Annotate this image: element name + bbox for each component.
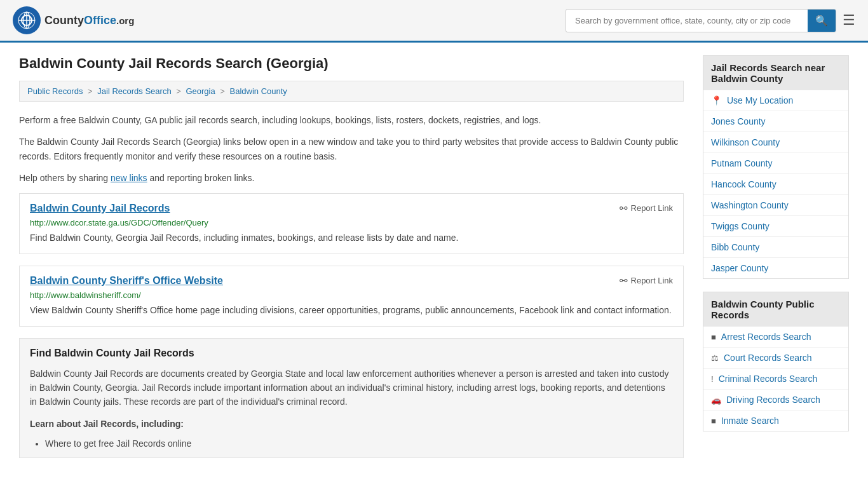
record-card-0: Baldwin County Jail Records ⚯ Report Lin… — [19, 193, 684, 254]
nearby-county-link-7[interactable]: Jasper County — [711, 263, 768, 273]
breadcrumb-georgia[interactable]: Georgia — [186, 86, 215, 96]
nearby-county-item-4: Washington County — [703, 195, 848, 216]
nearby-counties-container: Jones CountyWilkinson CountyPutnam Count… — [703, 111, 848, 278]
search-button[interactable]: 🔍 — [808, 10, 836, 32]
record-title-1[interactable]: Baldwin County Sheriff's Office Website — [30, 275, 223, 287]
intro-paragraph-3: Help others by sharing new links and rep… — [19, 171, 684, 185]
learn-label: Learn about Jail Records, including: — [30, 417, 673, 431]
content-wrapper: Baldwin County Jail Records Search (Geor… — [0, 43, 868, 482]
breadcrumb: Public Records > Jail Records Search > G… — [19, 81, 684, 102]
nearby-county-item-7: Jasper County — [703, 258, 848, 278]
record-desc-0: Find Baldwin County, Georgia Jail Record… — [30, 231, 673, 245]
record-title-0[interactable]: Baldwin County Jail Records — [30, 203, 170, 214]
public-records-heading: Baldwin County Public Records — [703, 292, 849, 327]
intro-paragraph-1: Perform a free Baldwin County, GA public… — [19, 113, 684, 127]
report-link-0[interactable]: ⚯ Report Link — [620, 203, 673, 214]
learn-list: Where to get free Jail Records online — [45, 438, 673, 449]
breadcrumb-public-records[interactable]: Public Records — [27, 86, 83, 96]
nearby-county-item-2: Putnam County — [703, 153, 848, 174]
record-card-1: Baldwin County Sheriff's Office Website … — [19, 266, 684, 327]
record-url-1[interactable]: http://www.baldwinsheriff.com/ — [30, 290, 673, 300]
sidebar: Jail Records Search near Baldwin County … — [703, 55, 849, 470]
public-record-link-0[interactable]: Arrest Records Search — [721, 332, 811, 342]
nearby-county-link-4[interactable]: Washington County — [711, 200, 789, 210]
public-record-item-0: ■ Arrest Records Search — [703, 327, 848, 348]
record-cards: Baldwin County Jail Records ⚯ Report Lin… — [19, 193, 684, 327]
nearby-county-item-6: Bibb County — [703, 237, 848, 258]
report-link-icon-1: ⚯ — [620, 275, 628, 287]
new-links-link[interactable]: new links — [111, 173, 147, 183]
public-record-item-4: ■ Inmate Search — [703, 410, 848, 431]
public-record-item-1: ⚖ Court Records Search — [703, 348, 848, 369]
nearby-county-link-5[interactable]: Twiggs County — [711, 221, 770, 231]
public-record-item-3: 🚗 Driving Records Search — [703, 390, 848, 410]
public-record-item-2: ! Criminal Records Search — [703, 369, 848, 390]
nearby-county-item-5: Twiggs County — [703, 216, 848, 237]
location-pin-icon: 📍 — [711, 95, 722, 105]
nearby-county-link-1[interactable]: Wilkinson County — [711, 137, 780, 147]
page-title: Baldwin County Jail Records Search (Geor… — [19, 55, 684, 72]
nearby-list: 📍 Use My Location Jones CountyWilkinson … — [703, 90, 849, 279]
search-bar: 🔍 — [566, 9, 836, 32]
record-desc-1: View Baldwin County Sheriff's Office hom… — [30, 304, 673, 317]
logo-icon — [13, 6, 41, 34]
header-right: 🔍 ☰ — [566, 9, 855, 32]
find-section-paragraph: Baldwin County Jail Records are document… — [30, 367, 673, 409]
site-header: CountyOffice.org 🔍 ☰ — [0, 0, 868, 43]
public-records-list: ■ Arrest Records Search ⚖ Court Records … — [703, 327, 849, 431]
logo-area: CountyOffice.org — [13, 6, 134, 34]
nearby-county-item-3: Hancock County — [703, 174, 848, 195]
public-record-link-2[interactable]: Criminal Records Search — [719, 374, 818, 384]
public-record-icon-2: ! — [711, 374, 714, 384]
nearby-section: Jail Records Search near Baldwin County … — [703, 55, 849, 279]
nearby-county-link-0[interactable]: Jones County — [711, 116, 766, 126]
main-content: Baldwin County Jail Records Search (Geor… — [19, 55, 684, 470]
record-url-0[interactable]: http://www.dcor.state.ga.us/GDC/Offender… — [30, 218, 673, 227]
public-record-icon-0: ■ — [711, 332, 716, 342]
nearby-heading: Jail Records Search near Baldwin County — [703, 55, 849, 90]
nearby-county-link-3[interactable]: Hancock County — [711, 179, 776, 189]
nearby-county-link-6[interactable]: Bibb County — [711, 242, 759, 252]
report-link-1[interactable]: ⚯ Report Link — [620, 275, 673, 287]
public-record-link-3[interactable]: Driving Records Search — [726, 395, 820, 405]
intro-paragraph-2: The Baldwin County Jail Records Search (… — [19, 135, 684, 163]
public-record-link-4[interactable]: Inmate Search — [721, 416, 779, 426]
nearby-county-item-1: Wilkinson County — [703, 132, 848, 153]
breadcrumb-jail-records-search[interactable]: Jail Records Search — [97, 86, 171, 96]
report-link-icon-0: ⚯ — [620, 203, 628, 214]
nearby-county-item-0: Jones County — [703, 111, 848, 132]
learn-list-item: Where to get free Jail Records online — [45, 438, 673, 449]
public-record-icon-3: 🚗 — [711, 395, 721, 405]
public-record-icon-1: ⚖ — [711, 353, 719, 363]
public-record-icon-4: ■ — [711, 416, 716, 426]
hamburger-menu-icon[interactable]: ☰ — [843, 12, 855, 29]
record-card-header-0: Baldwin County Jail Records ⚯ Report Lin… — [30, 203, 673, 214]
use-my-location-item[interactable]: 📍 Use My Location — [703, 90, 848, 111]
logo-text: CountyOffice.org — [44, 14, 134, 27]
record-card-header-1: Baldwin County Sheriff's Office Website … — [30, 275, 673, 287]
use-my-location-link[interactable]: Use My Location — [727, 95, 793, 105]
public-records-container: ■ Arrest Records Search ⚖ Court Records … — [703, 327, 848, 431]
nearby-county-link-2[interactable]: Putnam County — [711, 158, 773, 168]
find-section: Find Baldwin County Jail Records Baldwin… — [19, 338, 684, 459]
public-records-section: Baldwin County Public Records ■ Arrest R… — [703, 292, 849, 431]
find-section-heading: Find Baldwin County Jail Records — [30, 348, 673, 359]
search-input[interactable] — [566, 11, 808, 30]
public-record-link-1[interactable]: Court Records Search — [724, 353, 812, 363]
breadcrumb-baldwin-county[interactable]: Baldwin County — [230, 86, 287, 96]
